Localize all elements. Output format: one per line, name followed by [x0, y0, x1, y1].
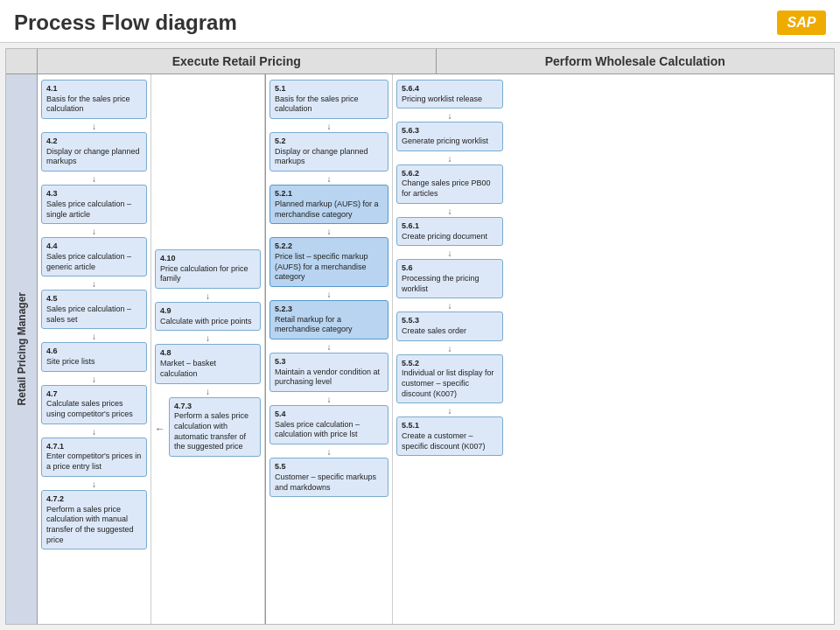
box-4-9[interactable]: 4.9Calculate with price points: [155, 302, 261, 331]
arrow: ↓: [155, 292, 261, 301]
arrow: ↓: [155, 388, 261, 396]
box-5-6[interactable]: 5.6Processing the pricing worklist: [396, 259, 503, 298]
arrow: ↓: [155, 334, 261, 343]
box-5-6-4[interactable]: 5.6.4Pricing worklist release: [396, 80, 503, 108]
lane-left: 4.1Basis for the sales price calculation…: [38, 74, 151, 624]
box-4-3[interactable]: 4.3Sales price calculation – single arti…: [41, 185, 147, 224]
page-title: Process Flow diagram: [14, 10, 237, 35]
arrow: ↓: [270, 175, 388, 184]
box-4-6[interactable]: 4.6Site price lists: [41, 342, 147, 371]
arrow: ↓: [270, 228, 388, 236]
box-4-10[interactable]: 4.10Price calculation for price family: [155, 249, 261, 289]
box-5-2-3[interactable]: 5.2.3Retail markup for a merchandise cat…: [270, 300, 388, 340]
arrow: ↓: [41, 375, 147, 384]
box-4-2[interactable]: 4.2Display or change planned markups: [41, 132, 147, 172]
arrow: ↓: [41, 280, 147, 289]
main-area: Execute Retail Pricing Perform Wholesale…: [0, 43, 840, 630]
box-4-7-1[interactable]: 4.7.1Enter competitor's prices in a pric…: [41, 438, 147, 477]
arrow: ↓: [270, 122, 388, 131]
lane-right-left: 5.1Basis for the sales price calculation…: [266, 74, 393, 624]
arrow: ↓: [41, 428, 147, 437]
box-5-4[interactable]: 5.4Sales price calculation – calculation…: [270, 405, 388, 444]
box-4-7-2[interactable]: 4.7.2Perform a sales price calculation w…: [41, 490, 147, 550]
box-5-6-2[interactable]: 5.6.2Change sales price PB00 for article…: [396, 164, 503, 204]
box-5-3[interactable]: 5.3Maintain a vendor condition at purcha…: [270, 353, 388, 392]
lane-headers: Execute Retail Pricing Perform Wholesale…: [6, 49, 834, 74]
arrow: ↓: [41, 228, 147, 236]
arrow: ↓: [396, 302, 503, 311]
arrow: ↓: [396, 345, 503, 354]
box-4-4[interactable]: 4.4Sales price calculation – generic art…: [41, 237, 147, 276]
box-5-5[interactable]: 5.5Customer – specific markups and markd…: [270, 458, 388, 497]
box-5-5-3[interactable]: 5.5.3Create sales order: [396, 312, 503, 340]
box-5-2[interactable]: 5.2Display or change planned markups: [270, 132, 388, 172]
box-5-2-2[interactable]: 5.2.2Price list – specific markup (AUFS)…: [270, 237, 388, 287]
lanes-content: 4.1Basis for the sales price calculation…: [38, 74, 834, 624]
header: Process Flow diagram SAP: [0, 0, 840, 43]
arrow: ↓: [270, 396, 388, 404]
box-5-6-3[interactable]: 5.6.3Generate pricing worklist: [396, 122, 503, 150]
arrow: ↓: [396, 155, 503, 164]
lane-right-right: 5.6.4Pricing worklist release ↓ 5.6.3Gen…: [393, 74, 507, 624]
box-4-7-3[interactable]: 4.7.3Perform a sales price calculation w…: [169, 397, 261, 457]
lane-middle: 4.10Price calculation for price family ↓…: [151, 74, 265, 624]
sap-logo: SAP: [777, 10, 826, 35]
box-5-2-1[interactable]: 5.2.1Planned markup (AUFS) for a merchan…: [270, 185, 388, 224]
swim-lane-text: Retail Pricing Manager: [16, 292, 28, 405]
lane-header-left: Execute Retail Pricing: [38, 49, 437, 74]
page: Process Flow diagram SAP Execute Retail …: [0, 0, 840, 630]
box-5-5-1[interactable]: 5.5.1Create a customer – specific discou…: [396, 416, 503, 456]
lanes-body: Retail Pricing Manager 4.1Basis for the …: [6, 74, 834, 624]
arrow: ↓: [41, 480, 147, 489]
arrow: ↓: [396, 249, 503, 258]
arrow: ↓: [270, 290, 388, 299]
arrow: ↓: [41, 122, 147, 131]
arrow: ↓: [396, 112, 503, 121]
arrow: ↓: [396, 407, 503, 416]
box-4-8[interactable]: 4.8Market – basket calculation: [155, 344, 261, 383]
box-5-1[interactable]: 5.1Basis for the sales price calculation: [270, 80, 388, 119]
box-4-5[interactable]: 4.5Sales price calculation – sales set: [41, 290, 147, 329]
swim-lane-label: Retail Pricing Manager: [6, 74, 38, 624]
box-5-6-1[interactable]: 5.6.1Create pricing document: [396, 217, 503, 246]
box-4-7[interactable]: 4.7Calculate sales prices using competit…: [41, 385, 147, 424]
lane-header-right: Perform Wholesale Calculation: [437, 49, 835, 74]
arrow: ↓: [270, 448, 388, 457]
arrow: ↓: [41, 175, 147, 184]
arrow: ↓: [270, 343, 388, 352]
arrow: ↓: [41, 332, 147, 341]
box-4-1[interactable]: 4.1Basis for the sales price calculation: [41, 80, 147, 119]
diagram-container: Execute Retail Pricing Perform Wholesale…: [5, 48, 835, 625]
arrow: ↓: [396, 207, 503, 216]
box-5-5-2[interactable]: 5.5.2Individual or list display for cust…: [396, 354, 503, 404]
header-spacer: [6, 49, 38, 74]
